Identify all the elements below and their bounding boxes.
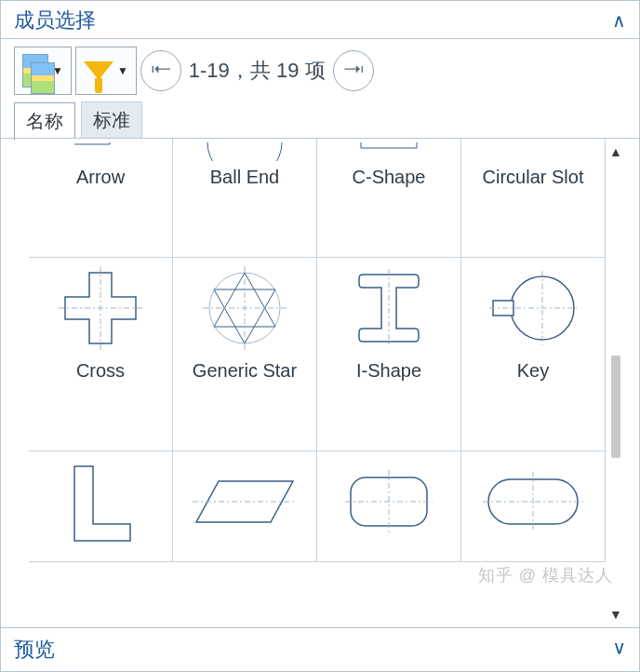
- shape-cell-circular-slot[interactable]: Circular Slot: [460, 139, 606, 258]
- shape-label: C-Shape: [353, 167, 426, 188]
- shape-cell-rounded-rect[interactable]: [316, 450, 461, 562]
- parallelogram-icon: [177, 455, 313, 548]
- funnel-icon: [84, 61, 113, 80]
- shape-label: I-Shape: [356, 360, 421, 382]
- scroll-thumb[interactable]: [611, 356, 620, 458]
- shape-label: Arrow: [76, 167, 125, 188]
- collapse-icon[interactable]: ∧: [612, 9, 626, 32]
- l-shape-icon: [33, 455, 168, 548]
- shape-label: Ball End: [210, 167, 280, 188]
- member-selection-panel: 成员选择 ∧ ▼ ▼ ⭰ 1-19，共 19 项 ⭲ 名称 标准: [0, 0, 640, 672]
- expand-icon[interactable]: ∧: [612, 638, 626, 661]
- shape-grid: Arrow Ball End C-Shape Circular Slo: [29, 139, 606, 627]
- panel-title: 成员选择: [14, 7, 96, 34]
- shape-cell-arrow[interactable]: Arrow: [29, 139, 173, 258]
- thumbnail-view-icon: [22, 54, 48, 87]
- preview-header: 预览 ∧: [1, 628, 639, 671]
- pager-text: 1-19，共 19 项: [189, 57, 326, 85]
- grid-scroll-area: Arrow Ball End C-Shape Circular Slo: [29, 139, 626, 627]
- arrow-icon: [33, 142, 168, 161]
- tab-standard[interactable]: 标准: [81, 101, 142, 139]
- filter-dropdown[interactable]: ▼: [75, 47, 137, 95]
- rounded-rectangle-icon: [321, 455, 457, 548]
- shape-cell-generic-star[interactable]: Generic Star: [172, 257, 317, 451]
- tabs-row: 名称 标准: [1, 102, 639, 138]
- scrollbar[interactable]: ▲ ▼: [606, 139, 626, 627]
- c-shape-icon: [321, 142, 457, 161]
- shape-cell-c-shape[interactable]: C-Shape: [316, 139, 461, 258]
- last-page-icon: ⭲: [343, 59, 364, 83]
- shape-label: Generic Star: [193, 360, 297, 382]
- page-first-button[interactable]: ⭰: [140, 50, 181, 91]
- preview-title: 预览: [14, 636, 55, 664]
- grid-wrapper: Arrow Ball End C-Shape Circular Slo: [1, 138, 639, 628]
- key-icon: [465, 262, 601, 355]
- circular-slot-icon: [465, 142, 601, 161]
- page-last-button[interactable]: ⭲: [333, 50, 374, 91]
- shape-label: Key: [517, 360, 549, 382]
- shape-cell-l-shape[interactable]: [29, 450, 173, 562]
- shape-cell-ball-end[interactable]: Ball End: [172, 139, 317, 258]
- scroll-up-icon[interactable]: ▲: [609, 144, 622, 159]
- shape-cell-cross[interactable]: Cross: [29, 257, 173, 451]
- scroll-down-icon[interactable]: ▼: [609, 607, 622, 622]
- cross-icon: [33, 262, 168, 355]
- obround-icon: [465, 455, 601, 548]
- view-mode-dropdown[interactable]: ▼: [14, 47, 72, 95]
- ball-end-icon: [177, 142, 313, 161]
- tab-name[interactable]: 名称: [14, 102, 75, 141]
- generic-star-icon: [177, 262, 313, 355]
- first-page-icon: ⭰: [151, 59, 171, 83]
- toolbar: ▼ ▼ ⭰ 1-19，共 19 项 ⭲: [1, 39, 639, 102]
- shape-cell-parallelogram[interactable]: [172, 450, 317, 562]
- shape-cell-i-shape[interactable]: I-Shape: [316, 257, 461, 451]
- shape-label: Cross: [76, 360, 125, 382]
- chevron-down-icon: ▼: [117, 64, 128, 77]
- shape-cell-key[interactable]: Key: [460, 257, 606, 451]
- shape-cell-obround[interactable]: [460, 450, 606, 562]
- i-shape-icon: [321, 262, 457, 355]
- panel-header: 成员选择 ∧: [1, 1, 639, 39]
- shape-label: Circular Slot: [483, 167, 584, 188]
